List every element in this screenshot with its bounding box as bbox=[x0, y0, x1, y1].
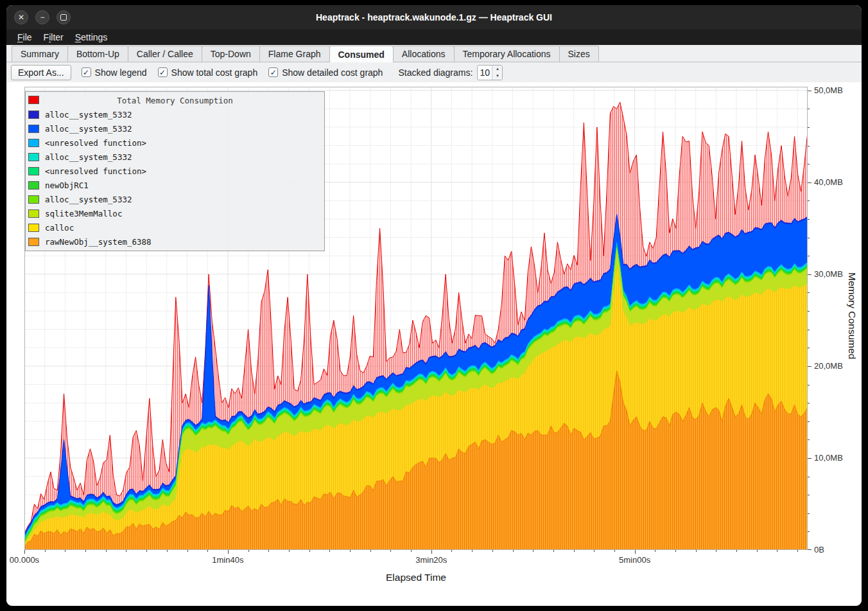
close-icon: ✕ bbox=[18, 13, 24, 21]
menu-settings[interactable]: Settings bbox=[69, 31, 114, 44]
legend-label: alloc__system_5332 bbox=[45, 110, 132, 120]
legend-label: <unresolved function> bbox=[45, 138, 146, 148]
y-tick-label: 30,0MB bbox=[814, 269, 843, 279]
legend-swatch bbox=[28, 139, 39, 147]
legend-label: alloc__system_5332 bbox=[45, 195, 132, 204]
legend-swatch bbox=[28, 209, 39, 218]
stacked-diagrams-group: Stacked diagrams: 10 ▲ ▼ bbox=[398, 65, 503, 80]
spinbox-up-button[interactable]: ▲ bbox=[492, 66, 502, 73]
legend-row: <unresolved function> bbox=[26, 136, 324, 150]
x-axis-title: Elapsed Time bbox=[24, 572, 808, 583]
chart-area: Total Memory Consumptionalloc__system_53… bbox=[6, 82, 862, 606]
spinbox-buttons: ▲ ▼ bbox=[492, 66, 502, 80]
checkbox-show-legend[interactable]: ✓Show legend bbox=[82, 67, 147, 78]
legend-label: alloc__system_5332 bbox=[45, 152, 132, 162]
spinbox-down-button[interactable]: ▼ bbox=[492, 73, 502, 80]
maximize-icon bbox=[60, 14, 67, 21]
tab-bar: SummaryBottom-UpCaller / CalleeTop-DownF… bbox=[6, 45, 862, 62]
tab-bottom-up[interactable]: Bottom-Up bbox=[67, 46, 128, 62]
y-tick-label: 20,0MB bbox=[814, 361, 843, 371]
checkbox-box: ✓ bbox=[82, 67, 91, 77]
heaptrack-window: ✕ − Heaptrack - heaptrack.wakunode.1.gz … bbox=[6, 5, 862, 606]
desktop-background: ✕ − Heaptrack - heaptrack.wakunode.1.gz … bbox=[0, 0, 868, 611]
stacked-diagrams-label: Stacked diagrams: bbox=[398, 67, 473, 78]
tab-sizes[interactable]: Sizes bbox=[559, 46, 599, 62]
legend-swatch bbox=[28, 153, 39, 161]
checkbox-show-total-cost-graph[interactable]: ✓Show total cost graph bbox=[158, 67, 258, 78]
legend-label: calloc bbox=[45, 223, 74, 233]
plot-canvas[interactable]: Total Memory Consumptionalloc__system_53… bbox=[24, 87, 808, 550]
window-controls: ✕ − bbox=[14, 10, 71, 24]
checkbox-box: ✓ bbox=[268, 67, 278, 77]
checkbox-label: Show detailed cost graph bbox=[282, 67, 383, 78]
y-tick-label: 50,0MB bbox=[814, 85, 843, 96]
y-tick-label: 10,0MB bbox=[814, 453, 843, 463]
legend-row: alloc__system_5332 bbox=[26, 121, 324, 136]
tab-summary[interactable]: Summary bbox=[12, 46, 68, 62]
legend-label: rawNewObj__system_6388 bbox=[45, 237, 152, 247]
x-axis-ticks bbox=[24, 550, 808, 555]
y-axis-title: Memory Consumed bbox=[846, 272, 858, 359]
legend-swatch bbox=[28, 125, 39, 133]
spinbox-value: 10 bbox=[478, 66, 492, 80]
x-tick-label: 5min00s bbox=[606, 555, 664, 565]
tab-allocations[interactable]: Allocations bbox=[393, 46, 455, 62]
minimize-button[interactable]: − bbox=[35, 10, 49, 24]
legend-row: alloc__system_5332 bbox=[26, 150, 324, 164]
toolbar: Export As... ✓Show legend✓Show total cos… bbox=[6, 62, 862, 82]
maximize-button[interactable] bbox=[56, 10, 71, 24]
legend-row: calloc bbox=[26, 220, 324, 235]
stacked-diagrams-spinbox[interactable]: 10 ▲ ▼ bbox=[477, 65, 503, 80]
legend-label: sqlite3MemMalloc bbox=[45, 209, 122, 218]
chart-legend: Total Memory Consumptionalloc__system_53… bbox=[25, 91, 325, 251]
checkbox-label: Show legend bbox=[95, 67, 147, 78]
legend-row: <unresolved function> bbox=[26, 164, 324, 178]
legend-swatch bbox=[28, 238, 39, 246]
legend-label: newObjRC1 bbox=[45, 181, 89, 190]
legend-label: <unresolved function> bbox=[45, 166, 146, 176]
x-tick-label: 3min20s bbox=[403, 555, 460, 565]
export-as-button[interactable]: Export As... bbox=[11, 65, 71, 80]
legend-swatch bbox=[28, 224, 39, 232]
checkbox-show-detailed-cost-graph[interactable]: ✓Show detailed cost graph bbox=[268, 67, 383, 78]
legend-row: newObjRC1 bbox=[26, 178, 324, 192]
menu-file[interactable]: File bbox=[12, 31, 38, 44]
legend-swatch bbox=[28, 181, 39, 190]
legend-label: alloc__system_5332 bbox=[45, 124, 132, 134]
tab-consumed[interactable]: Consumed bbox=[329, 46, 394, 62]
legend-swatch bbox=[28, 195, 39, 204]
tab-temporary-allocations[interactable]: Temporary Allocations bbox=[454, 46, 560, 62]
y-axis-ticks bbox=[808, 87, 813, 551]
close-button[interactable]: ✕ bbox=[14, 10, 28, 24]
legend-swatch bbox=[28, 96, 39, 104]
window-title: Heaptrack - heaptrack.wakunode.1.gz — He… bbox=[90, 5, 778, 30]
x-tick-label: 00.000s bbox=[6, 555, 53, 565]
legend-row: rawNewObj__system_6388 bbox=[26, 235, 324, 249]
tab-top-down[interactable]: Top-Down bbox=[202, 46, 260, 62]
menu-filter[interactable]: Filter bbox=[38, 31, 69, 44]
minimize-icon: − bbox=[40, 13, 44, 21]
legend-row: alloc__system_5332 bbox=[26, 107, 324, 121]
tab-flame-graph[interactable]: Flame Graph bbox=[259, 46, 330, 62]
titlebar[interactable]: ✕ − Heaptrack - heaptrack.wakunode.1.gz … bbox=[6, 5, 862, 30]
checkbox-box: ✓ bbox=[158, 67, 168, 77]
toolbar-checkboxes: ✓Show legend✓Show total cost graph✓Show … bbox=[82, 67, 383, 78]
legend-swatch bbox=[28, 167, 39, 175]
tab-caller-callee[interactable]: Caller / Callee bbox=[128, 46, 202, 62]
legend-title: Total Memory Consumption bbox=[117, 96, 233, 105]
menubar: FileFilterSettings bbox=[6, 30, 862, 45]
checkbox-label: Show total cost graph bbox=[171, 67, 258, 78]
y-tick-label: 0B bbox=[814, 545, 824, 555]
legend-swatch bbox=[28, 111, 39, 119]
x-tick-label: 1min40s bbox=[199, 555, 257, 565]
legend-title-row: Total Memory Consumption bbox=[26, 93, 324, 107]
y-tick-label: 40,0MB bbox=[814, 177, 843, 188]
legend-row: alloc__system_5332 bbox=[26, 192, 324, 206]
legend-row: sqlite3MemMalloc bbox=[26, 206, 324, 220]
